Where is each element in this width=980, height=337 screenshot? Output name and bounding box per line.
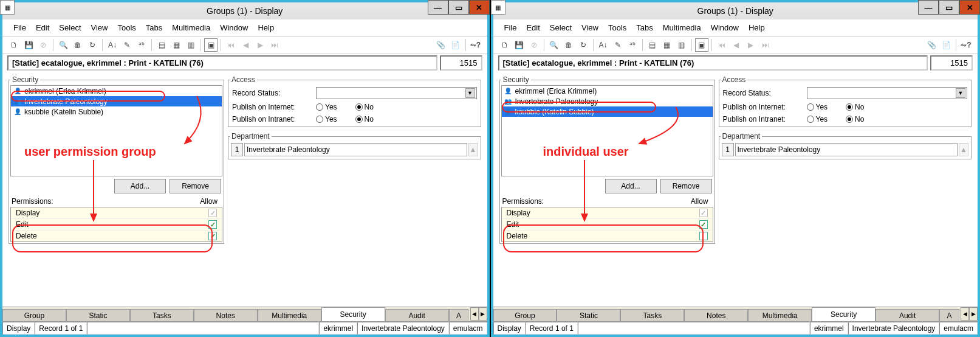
spell-icon[interactable]: ᵃᵇ	[626, 38, 639, 52]
scroll-icon[interactable]: ▲	[959, 143, 968, 156]
list-icon[interactable]: ▥	[184, 38, 197, 52]
next-icon[interactable]: ▶	[744, 38, 758, 52]
menu-multimedia[interactable]: Multimedia	[168, 22, 214, 33]
search-icon[interactable]: 🔍	[547, 38, 561, 52]
tab-scroll-left[interactable]: ◀	[470, 307, 479, 321]
radio-intranet-yes[interactable]: Yes	[316, 115, 337, 123]
tab-group[interactable]: Group	[2, 309, 66, 321]
tab-audit[interactable]: Audit	[875, 309, 939, 321]
next-icon[interactable]: ▶	[253, 38, 267, 52]
scroll-icon[interactable]: ▲	[468, 143, 478, 156]
menu-window[interactable]: Window	[707, 22, 742, 33]
ditto-icon[interactable]: ✎	[611, 38, 625, 52]
close-button[interactable]: ✕	[469, 0, 490, 15]
security-list[interactable]: 👤ekrimmel (Erica Krimmel) 👥Invertebrate …	[501, 85, 713, 176]
menu-tools[interactable]: Tools	[605, 22, 630, 33]
tab-admin[interactable]: A	[449, 309, 469, 321]
radio-internet-yes[interactable]: Yes	[807, 103, 828, 111]
radio-internet-no[interactable]: No	[355, 103, 374, 111]
tab-tasks[interactable]: Tasks	[620, 309, 684, 321]
close-button[interactable]: ✕	[959, 0, 980, 15]
tab-static[interactable]: Static	[557, 309, 620, 321]
tab-scroll-right[interactable]: ▶	[479, 307, 487, 321]
department-value[interactable]: Invertebrate Paleontology	[244, 143, 467, 156]
first-icon[interactable]: ⏮	[224, 38, 238, 52]
checkbox-edit[interactable]: ✓	[699, 220, 708, 229]
page-icon[interactable]: ▣	[204, 38, 218, 52]
cancel-icon[interactable]: ⊘	[527, 38, 541, 52]
report-icon[interactable]: ▤	[646, 38, 659, 52]
minimize-button[interactable]: —	[428, 0, 448, 15]
checkbox-delete[interactable]	[699, 232, 708, 240]
tab-security[interactable]: Security	[321, 307, 385, 321]
radio-intranet-yes[interactable]: Yes	[807, 115, 828, 123]
report-icon[interactable]: ▤	[155, 38, 168, 52]
list-icon[interactable]: ▥	[675, 38, 688, 52]
retrieve-icon[interactable]: ↻	[86, 38, 99, 52]
menu-help[interactable]: Help	[254, 22, 278, 33]
security-item-group[interactable]: 👥Invertebrate Paleontology	[502, 96, 713, 106]
tab-notes[interactable]: Notes	[194, 309, 258, 321]
tab-tasks[interactable]: Tasks	[130, 309, 194, 321]
maximize-button[interactable]: ▭	[448, 0, 469, 15]
tab-admin[interactable]: A	[939, 309, 959, 321]
menu-edit[interactable]: Edit	[523, 22, 543, 33]
prev-icon[interactable]: ◀	[730, 38, 743, 52]
radio-internet-no[interactable]: No	[846, 103, 864, 111]
tab-group[interactable]: Group	[493, 309, 557, 321]
security-item-user[interactable]: 👤ksubbie (Katelin Subbie)	[11, 106, 222, 117]
attach2-icon[interactable]: 📄	[939, 38, 953, 52]
grid-icon[interactable]: ▦	[660, 38, 674, 52]
discard-icon[interactable]: 🗑	[562, 38, 575, 52]
menu-edit[interactable]: Edit	[32, 22, 53, 33]
tab-scroll-right[interactable]: ▶	[969, 307, 978, 321]
security-item-user[interactable]: 👤ekrimmel (Erica Krimmel)	[11, 86, 222, 96]
prev-icon[interactable]: ◀	[239, 38, 252, 52]
sort-icon[interactable]: A↓	[597, 38, 610, 52]
maximize-button[interactable]: ▭	[939, 0, 959, 15]
attach-icon[interactable]: 📎	[434, 38, 448, 52]
remove-button[interactable]: Remove	[170, 179, 221, 193]
radio-internet-yes[interactable]: Yes	[316, 103, 337, 111]
page-icon[interactable]: ▣	[695, 38, 708, 52]
sort-icon[interactable]: A↓	[106, 38, 119, 52]
new-icon[interactable]: 🗋	[7, 38, 21, 52]
tab-multimedia[interactable]: Multimedia	[258, 309, 321, 321]
radio-intranet-no[interactable]: No	[846, 115, 864, 123]
department-value[interactable]: Invertebrate Paleontology	[735, 143, 958, 156]
new-icon[interactable]: 🗋	[498, 38, 512, 52]
security-item-user[interactable]: 👤ekrimmel (Erica Krimmel)	[502, 86, 713, 96]
menu-multimedia[interactable]: Multimedia	[659, 22, 705, 33]
menu-view[interactable]: View	[87, 22, 112, 33]
grid-icon[interactable]: ▦	[170, 38, 183, 52]
ditto-icon[interactable]: ✎	[120, 38, 134, 52]
spell-icon[interactable]: ᵃᵇ	[135, 38, 148, 52]
checkbox-display[interactable]: ✓	[699, 209, 708, 217]
checkbox-edit[interactable]: ✓	[208, 220, 217, 229]
security-item-user[interactable]: 👤ksubbie (Katelin Subbie)	[502, 106, 713, 117]
menu-file[interactable]: File	[10, 22, 30, 33]
save-icon[interactable]: 💾	[513, 38, 526, 52]
retrieve-icon[interactable]: ↻	[577, 38, 590, 52]
tab-security[interactable]: Security	[812, 307, 875, 321]
tab-notes[interactable]: Notes	[684, 309, 748, 321]
security-list[interactable]: 👤ekrimmel (Erica Krimmel) 👥Invertebrate …	[10, 85, 222, 176]
attach-icon[interactable]: 📎	[925, 38, 938, 52]
last-icon[interactable]: ⏭	[759, 38, 772, 52]
add-button[interactable]: Add...	[605, 179, 657, 193]
tab-scroll-left[interactable]: ◀	[961, 307, 969, 321]
menu-select[interactable]: Select	[55, 22, 84, 33]
tab-audit[interactable]: Audit	[385, 309, 449, 321]
add-button[interactable]: Add...	[114, 179, 166, 193]
menu-select[interactable]: Select	[546, 22, 575, 33]
last-icon[interactable]: ⏭	[268, 38, 281, 52]
menu-view[interactable]: View	[578, 22, 602, 33]
record-status-select[interactable]: ▼	[316, 87, 477, 99]
discard-icon[interactable]: 🗑	[71, 38, 84, 52]
checkbox-display[interactable]: ✓	[208, 209, 217, 217]
menu-window[interactable]: Window	[216, 22, 252, 33]
help-icon[interactable]: ⥊?	[469, 38, 482, 52]
cancel-icon[interactable]: ⊘	[36, 38, 50, 52]
checkbox-delete[interactable]: ✓	[208, 232, 217, 240]
tab-multimedia[interactable]: Multimedia	[748, 309, 812, 321]
